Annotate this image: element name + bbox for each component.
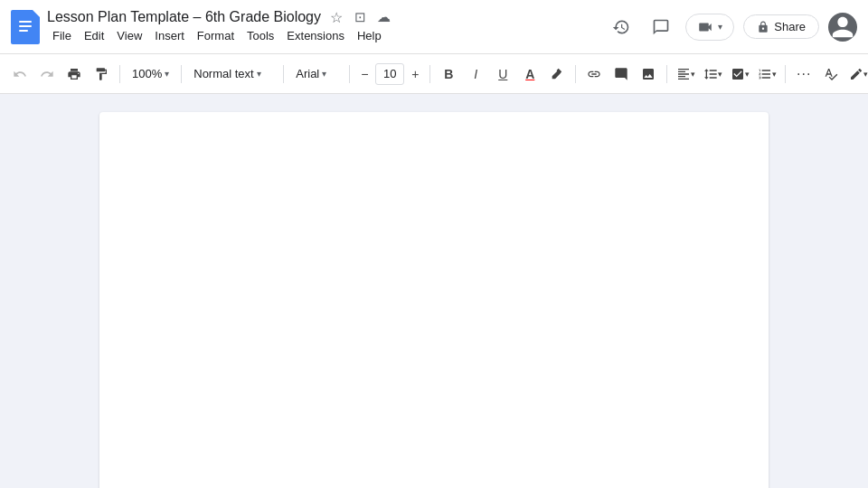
text-color-label: A xyxy=(525,67,534,81)
link-button[interactable] xyxy=(581,61,607,87)
separator-6 xyxy=(575,65,576,83)
svg-rect-1 xyxy=(19,25,32,27)
comment-button[interactable] xyxy=(609,61,634,87)
cloud-sync-icon[interactable]: ☁ xyxy=(375,9,392,25)
italic-label: I xyxy=(474,67,477,81)
draw-button[interactable]: ▾ xyxy=(845,61,868,87)
spellcheck-button[interactable] xyxy=(818,61,844,87)
svg-rect-0 xyxy=(19,21,32,23)
bold-button[interactable]: B xyxy=(436,61,461,87)
user-avatar[interactable] xyxy=(828,13,857,42)
ordered-list-button[interactable]: ▾ xyxy=(754,61,779,87)
font-size-box: − + xyxy=(355,63,424,85)
font-chevron-icon: ▾ xyxy=(322,69,326,79)
share-button[interactable]: Share xyxy=(743,14,819,39)
share-label: Share xyxy=(774,20,806,33)
style-label: Normal text xyxy=(193,67,253,80)
menu-edit[interactable]: Edit xyxy=(79,27,109,44)
style-chevron-icon: ▾ xyxy=(257,69,261,79)
doc-title[interactable]: Lesson Plan Template – 6th Grade Biology xyxy=(47,9,321,25)
separator-1 xyxy=(119,65,120,83)
text-color-button[interactable]: A xyxy=(517,61,542,87)
header-right: ▾ Share xyxy=(606,12,857,42)
title-section: Lesson Plan Template – 6th Grade Biology… xyxy=(47,9,599,44)
menu-bar: File Edit View Insert Format Tools Exten… xyxy=(47,27,599,44)
toolbar: 100% ▾ Normal text ▾ Arial ▾ − + B I U A xyxy=(0,54,868,94)
font-size-input[interactable] xyxy=(375,63,404,85)
menu-help[interactable]: Help xyxy=(352,27,387,44)
move-to-icon[interactable]: ⊡ xyxy=(352,9,368,25)
more-options-icon: ··· xyxy=(797,66,811,82)
zoom-dropdown[interactable]: 100% ▾ xyxy=(126,61,175,87)
svg-rect-2 xyxy=(19,30,28,32)
video-call-button[interactable]: ▾ xyxy=(685,14,734,41)
print-button[interactable] xyxy=(61,61,87,87)
font-dropdown[interactable]: Arial ▾ xyxy=(289,61,344,87)
style-dropdown[interactable]: Normal text ▾ xyxy=(187,61,278,87)
bold-label: B xyxy=(444,67,453,81)
align-button[interactable]: ▾ xyxy=(673,61,698,87)
separator-4 xyxy=(349,65,350,83)
separator-8 xyxy=(785,65,786,83)
menu-file[interactable]: File xyxy=(47,27,77,44)
menu-view[interactable]: View xyxy=(111,27,147,44)
separator-2 xyxy=(181,65,182,83)
menu-tools[interactable]: Tools xyxy=(241,27,279,44)
italic-button[interactable]: I xyxy=(463,61,488,87)
separator-5 xyxy=(429,65,430,83)
underline-button[interactable]: U xyxy=(490,61,515,87)
star-icon[interactable]: ☆ xyxy=(328,9,344,25)
font-size-decrease-button[interactable]: − xyxy=(355,63,373,85)
checklist-button[interactable]: ▾ xyxy=(727,61,752,87)
undo-button[interactable] xyxy=(7,61,33,87)
menu-format[interactable]: Format xyxy=(192,27,240,44)
font-size-increase-button[interactable]: + xyxy=(406,63,424,85)
google-docs-icon[interactable] xyxy=(11,10,40,44)
zoom-label: 100% xyxy=(132,67,162,80)
history-icon[interactable] xyxy=(606,12,637,42)
document-page[interactable] xyxy=(99,112,769,488)
font-label: Arial xyxy=(296,67,319,80)
menu-extensions[interactable]: Extensions xyxy=(281,27,350,44)
title-row: Lesson Plan Template – 6th Grade Biology… xyxy=(47,9,599,25)
highlight-button[interactable] xyxy=(544,61,570,87)
separator-3 xyxy=(283,65,284,83)
more-options-button[interactable]: ··· xyxy=(791,61,816,87)
line-spacing-button[interactable]: ▾ xyxy=(700,61,725,87)
header: Lesson Plan Template – 6th Grade Biology… xyxy=(0,0,868,54)
comments-icon[interactable] xyxy=(646,12,676,42)
document-area[interactable] xyxy=(0,94,868,488)
image-button[interactable] xyxy=(636,61,661,87)
underline-label: U xyxy=(498,67,507,81)
video-btn-chevron: ▾ xyxy=(718,22,722,32)
zoom-chevron-icon: ▾ xyxy=(165,69,169,79)
separator-7 xyxy=(666,65,667,83)
menu-insert[interactable]: Insert xyxy=(149,27,190,44)
header-icons: ☆ ⊡ ☁ xyxy=(328,9,392,25)
paint-format-button[interactable] xyxy=(89,61,114,87)
redo-button[interactable] xyxy=(34,61,60,87)
